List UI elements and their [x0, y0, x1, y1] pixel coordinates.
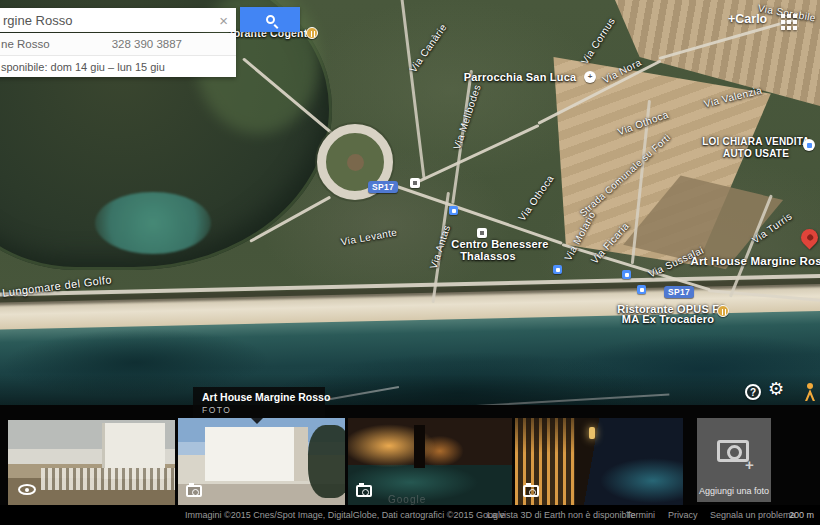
- place-card[interactable]: ne Rosso 328 390 3887 sponibile: dom 14 …: [0, 33, 236, 77]
- map-label-thalassos[interactable]: Thalassos: [460, 250, 516, 262]
- map-label-centro-benessere[interactable]: Centro Benessere: [451, 238, 548, 250]
- map-terrain-feature: [807, 383, 813, 389]
- restaurant-icon[interactable]: [306, 27, 318, 39]
- privacy-link[interactable]: Privacy: [668, 510, 698, 520]
- apps-grid-icon[interactable]: [781, 14, 785, 18]
- camera-icon: [356, 485, 372, 497]
- map-terrain-feature: [589, 427, 595, 439]
- poi-marker-icon[interactable]: [410, 178, 420, 188]
- search-button[interactable]: [240, 7, 300, 32]
- church-icon[interactable]: +: [584, 71, 596, 83]
- photo-tooltip: Art House Margine Rosso FOTO: [193, 387, 325, 418]
- tooltip-title: Art House Margine Rosso: [202, 391, 316, 403]
- map-label-parrocchia-san-luca[interactable]: Parrocchia San Luca: [464, 71, 577, 83]
- photo-thumbnail-patio-night[interactable]: [515, 418, 683, 505]
- map-label-via-can-rie: Via Canàrie: [407, 22, 448, 75]
- map-terrain-feature: [805, 389, 815, 401]
- place-name: ne Rosso: [1, 38, 50, 50]
- footer-bar: Immagini ©2015 Cnes/Spot Image, DigitalG…: [0, 505, 820, 525]
- add-photo-label: Aggiungi una foto: [697, 486, 771, 496]
- tooltip-subtitle: FOTO: [202, 405, 316, 415]
- map-terrain-feature: [205, 427, 309, 481]
- map-terrain-feature: [414, 425, 425, 469]
- route-shield-sp17: SP17: [664, 286, 694, 298]
- map-label-via-ficaria: Via Ficaria: [589, 220, 632, 266]
- map-label-via-valenzia: Via Valenzia: [703, 84, 763, 109]
- map-label-via-cornus: Via Cornus: [579, 16, 617, 67]
- search-bar: ×: [0, 8, 236, 32]
- help-icon[interactable]: ?: [745, 384, 761, 400]
- bus-stop-icon[interactable]: [553, 265, 562, 274]
- map-label-via-nora: Via Nora: [601, 57, 643, 86]
- place-phone: 328 390 3887: [112, 38, 182, 50]
- search-input[interactable]: [1, 12, 217, 29]
- map-label-ma-ex-trocadero[interactable]: MA Ex Trocadero: [622, 313, 714, 325]
- photo-thumbnail-house[interactable]: [178, 418, 345, 505]
- map-label-via-othoca: Via Othoca: [516, 173, 556, 223]
- place-card-row: ne Rosso 328 390 3887: [0, 33, 236, 56]
- map-label-via-levante: Via Levante: [340, 227, 398, 248]
- report-problem-link[interactable]: Segnala un problema: [710, 510, 796, 520]
- map-attribution: Immagini ©2015 Cnes/Spot Image, DigitalG…: [185, 510, 505, 520]
- pegman-icon[interactable]: [804, 383, 816, 401]
- photo-thumbnail-pool-night[interactable]: [348, 418, 512, 505]
- map-label-loi-chiara-vendita[interactable]: LOI CHIARA VENDITA: [702, 136, 810, 147]
- google-maps-window: torante CogentoVia CanàrieParrocchia San…: [0, 0, 820, 525]
- photo-thumbnail-street-view[interactable]: [8, 420, 175, 505]
- bus-stop-icon[interactable]: [637, 285, 646, 294]
- map-label-strada-comunale-su-forti: Strada Comunale su Forti: [578, 131, 673, 218]
- map-terrain-feature: [41, 468, 175, 490]
- add-photo-button[interactable]: + Aggiungi una foto: [697, 418, 771, 502]
- gear-icon[interactable]: ⚙: [768, 378, 784, 400]
- map-label-lungomare-del-golfo: Lungomare del Golfo: [2, 273, 113, 298]
- map-label-art-house-margine-rosso[interactable]: Art House Margine Rosso: [690, 255, 820, 267]
- restaurant-icon[interactable]: [717, 305, 729, 317]
- search-icon: [266, 15, 275, 24]
- bus-stop-icon[interactable]: [449, 206, 458, 215]
- google-watermark: Google: [388, 494, 426, 505]
- map-label-via-turris: Via Turris: [750, 210, 794, 245]
- map-terrain-feature: [308, 425, 345, 498]
- account-link[interactable]: +Carlo: [728, 12, 767, 26]
- route-shield-sp17: SP17: [368, 181, 398, 193]
- earth-3d-notice: La vista 3D di Earth non è disponibile: [487, 510, 636, 520]
- map-terrain-feature: [325, 386, 399, 401]
- poi-marker-icon[interactable]: [477, 228, 487, 238]
- map-scale: 200 m: [789, 510, 814, 520]
- place-availability: sponibile: dom 14 giu – lun 15 giu: [1, 61, 165, 73]
- dealer-icon[interactable]: [803, 139, 815, 151]
- terms-link[interactable]: Termini: [626, 510, 655, 520]
- map-label-via-antas: Via Antas: [428, 224, 453, 271]
- plus-icon: +: [745, 456, 754, 473]
- close-icon[interactable]: ×: [217, 13, 230, 28]
- bus-stop-icon[interactable]: [622, 270, 631, 279]
- camera-icon: [523, 485, 539, 497]
- place-card-row: sponibile: dom 14 giu – lun 15 giu: [0, 56, 236, 77]
- camera-icon: [186, 485, 202, 497]
- photosphere-icon: [18, 484, 36, 495]
- map-label-via-melibodes: Via Melibodes: [451, 83, 482, 151]
- map-label-auto-usate[interactable]: AUTO USATE: [723, 148, 789, 159]
